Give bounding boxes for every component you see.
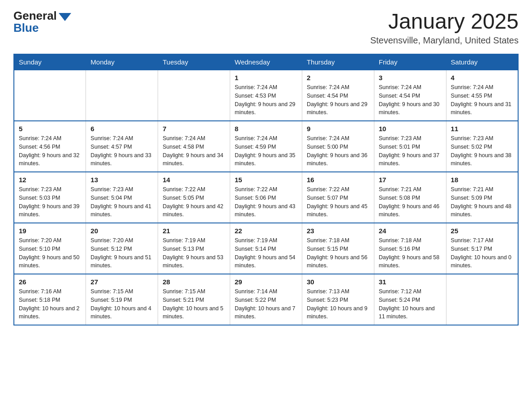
day-number: 31 — [379, 278, 442, 286]
calendar-cell: 22Sunrise: 7:19 AMSunset: 5:14 PMDayligh… — [230, 223, 302, 274]
calendar-cell: 24Sunrise: 7:18 AMSunset: 5:16 PMDayligh… — [374, 223, 446, 274]
location-text: Stevensville, Maryland, United States — [370, 35, 519, 46]
calendar-cell — [446, 274, 518, 325]
day-number: 19 — [19, 227, 81, 235]
day-number: 11 — [451, 125, 513, 133]
day-info: Sunrise: 7:12 AMSunset: 5:24 PMDaylight:… — [379, 287, 442, 321]
calendar-cell: 17Sunrise: 7:21 AMSunset: 5:08 PMDayligh… — [374, 172, 446, 223]
calendar-cell: 7Sunrise: 7:24 AMSunset: 4:58 PMDaylight… — [158, 121, 230, 172]
calendar-cell: 15Sunrise: 7:22 AMSunset: 5:06 PMDayligh… — [230, 172, 302, 223]
day-number: 24 — [379, 227, 442, 235]
day-number: 21 — [163, 227, 225, 235]
calendar-day-header: Thursday — [302, 54, 374, 70]
calendar-week-row: 26Sunrise: 7:16 AMSunset: 5:18 PMDayligh… — [14, 274, 518, 325]
day-number: 28 — [163, 278, 225, 286]
day-info: Sunrise: 7:21 AMSunset: 5:08 PMDaylight:… — [379, 185, 442, 219]
calendar-day-header: Sunday — [14, 54, 86, 70]
day-info: Sunrise: 7:24 AMSunset: 4:57 PMDaylight:… — [90, 134, 153, 168]
day-info: Sunrise: 7:24 AMSunset: 4:54 PMDaylight:… — [307, 83, 369, 117]
calendar-cell: 6Sunrise: 7:24 AMSunset: 4:57 PMDaylight… — [86, 121, 158, 172]
day-number: 12 — [19, 176, 81, 184]
day-info: Sunrise: 7:22 AMSunset: 5:05 PMDaylight:… — [163, 185, 225, 219]
day-number: 7 — [163, 125, 225, 133]
calendar-day-header: Monday — [86, 54, 158, 70]
day-number: 3 — [379, 74, 442, 81]
day-info: Sunrise: 7:23 AMSunset: 5:03 PMDaylight:… — [19, 185, 81, 219]
day-number: 20 — [90, 227, 153, 235]
calendar-day-header: Friday — [374, 54, 446, 70]
calendar-week-row: 1Sunrise: 7:24 AMSunset: 4:53 PMDaylight… — [14, 70, 518, 121]
calendar-cell: 14Sunrise: 7:22 AMSunset: 5:05 PMDayligh… — [158, 172, 230, 223]
day-number: 16 — [307, 176, 369, 184]
logo: General Blue — [13, 9, 71, 35]
day-number: 18 — [451, 176, 513, 184]
day-info: Sunrise: 7:13 AMSunset: 5:23 PMDaylight:… — [307, 287, 369, 321]
calendar-cell — [14, 70, 86, 121]
day-number: 15 — [235, 176, 297, 184]
day-info: Sunrise: 7:19 AMSunset: 5:13 PMDaylight:… — [163, 236, 225, 270]
day-info: Sunrise: 7:21 AMSunset: 5:09 PMDaylight:… — [451, 185, 513, 219]
calendar-day-header: Saturday — [446, 54, 518, 70]
calendar-cell: 30Sunrise: 7:13 AMSunset: 5:23 PMDayligh… — [302, 274, 374, 325]
day-info: Sunrise: 7:24 AMSunset: 4:55 PMDaylight:… — [451, 83, 513, 117]
calendar-cell: 27Sunrise: 7:15 AMSunset: 5:19 PMDayligh… — [86, 274, 158, 325]
day-number: 4 — [451, 74, 513, 81]
calendar-cell — [158, 70, 230, 121]
calendar-cell: 9Sunrise: 7:24 AMSunset: 5:00 PMDaylight… — [302, 121, 374, 172]
calendar-cell: 10Sunrise: 7:23 AMSunset: 5:01 PMDayligh… — [374, 121, 446, 172]
day-number: 27 — [90, 278, 153, 286]
calendar-cell: 21Sunrise: 7:19 AMSunset: 5:13 PMDayligh… — [158, 223, 230, 274]
day-info: Sunrise: 7:24 AMSunset: 4:58 PMDaylight:… — [163, 134, 225, 168]
day-number: 9 — [307, 125, 369, 133]
day-number: 10 — [379, 125, 442, 133]
day-number: 17 — [379, 176, 442, 184]
day-number: 1 — [235, 74, 297, 81]
day-info: Sunrise: 7:23 AMSunset: 5:01 PMDaylight:… — [379, 134, 442, 168]
calendar-cell: 23Sunrise: 7:18 AMSunset: 5:15 PMDayligh… — [302, 223, 374, 274]
logo-arrow-icon — [59, 13, 71, 21]
month-title: January 2025 — [370, 9, 519, 34]
day-number: 26 — [19, 278, 81, 286]
day-info: Sunrise: 7:20 AMSunset: 5:12 PMDaylight:… — [90, 236, 153, 270]
day-number: 22 — [235, 227, 297, 235]
calendar-cell — [86, 70, 158, 121]
day-info: Sunrise: 7:24 AMSunset: 5:00 PMDaylight:… — [307, 134, 369, 168]
calendar-cell: 31Sunrise: 7:12 AMSunset: 5:24 PMDayligh… — [374, 274, 446, 325]
calendar-day-header: Wednesday — [230, 54, 302, 70]
day-number: 13 — [90, 176, 153, 184]
calendar-cell: 16Sunrise: 7:22 AMSunset: 5:07 PMDayligh… — [302, 172, 374, 223]
day-info: Sunrise: 7:22 AMSunset: 5:06 PMDaylight:… — [235, 185, 297, 219]
day-info: Sunrise: 7:23 AMSunset: 5:02 PMDaylight:… — [451, 134, 513, 168]
calendar-week-row: 12Sunrise: 7:23 AMSunset: 5:03 PMDayligh… — [14, 172, 518, 223]
calendar-cell: 29Sunrise: 7:14 AMSunset: 5:22 PMDayligh… — [230, 274, 302, 325]
day-info: Sunrise: 7:18 AMSunset: 5:15 PMDaylight:… — [307, 236, 369, 270]
calendar-cell: 13Sunrise: 7:23 AMSunset: 5:04 PMDayligh… — [86, 172, 158, 223]
day-number: 23 — [307, 227, 369, 235]
day-number: 5 — [19, 125, 81, 133]
day-info: Sunrise: 7:24 AMSunset: 4:53 PMDaylight:… — [235, 83, 297, 117]
calendar-cell: 3Sunrise: 7:24 AMSunset: 4:54 PMDaylight… — [374, 70, 446, 121]
calendar-cell: 4Sunrise: 7:24 AMSunset: 4:55 PMDaylight… — [446, 70, 518, 121]
day-number: 2 — [307, 74, 369, 81]
day-info: Sunrise: 7:22 AMSunset: 5:07 PMDaylight:… — [307, 185, 369, 219]
calendar-week-row: 19Sunrise: 7:20 AMSunset: 5:10 PMDayligh… — [14, 223, 518, 274]
calendar-cell: 26Sunrise: 7:16 AMSunset: 5:18 PMDayligh… — [14, 274, 86, 325]
calendar-day-header: Tuesday — [158, 54, 230, 70]
day-number: 29 — [235, 278, 297, 286]
title-block: January 2025 Stevensville, Maryland, Uni… — [370, 9, 519, 46]
day-info: Sunrise: 7:24 AMSunset: 4:59 PMDaylight:… — [235, 134, 297, 168]
day-info: Sunrise: 7:23 AMSunset: 5:04 PMDaylight:… — [90, 185, 153, 219]
day-info: Sunrise: 7:24 AMSunset: 4:54 PMDaylight:… — [379, 83, 442, 117]
calendar-cell: 1Sunrise: 7:24 AMSunset: 4:53 PMDaylight… — [230, 70, 302, 121]
day-info: Sunrise: 7:17 AMSunset: 5:17 PMDaylight:… — [451, 236, 513, 270]
calendar-cell: 5Sunrise: 7:24 AMSunset: 4:56 PMDaylight… — [14, 121, 86, 172]
calendar-cell: 11Sunrise: 7:23 AMSunset: 5:02 PMDayligh… — [446, 121, 518, 172]
calendar-cell: 12Sunrise: 7:23 AMSunset: 5:03 PMDayligh… — [14, 172, 86, 223]
day-info: Sunrise: 7:20 AMSunset: 5:10 PMDaylight:… — [19, 236, 81, 270]
calendar-week-row: 5Sunrise: 7:24 AMSunset: 4:56 PMDaylight… — [14, 121, 518, 172]
day-number: 6 — [90, 125, 153, 133]
calendar-cell: 18Sunrise: 7:21 AMSunset: 5:09 PMDayligh… — [446, 172, 518, 223]
logo-blue-text: Blue — [13, 21, 39, 35]
calendar-cell: 25Sunrise: 7:17 AMSunset: 5:17 PMDayligh… — [446, 223, 518, 274]
day-info: Sunrise: 7:16 AMSunset: 5:18 PMDaylight:… — [19, 287, 81, 321]
